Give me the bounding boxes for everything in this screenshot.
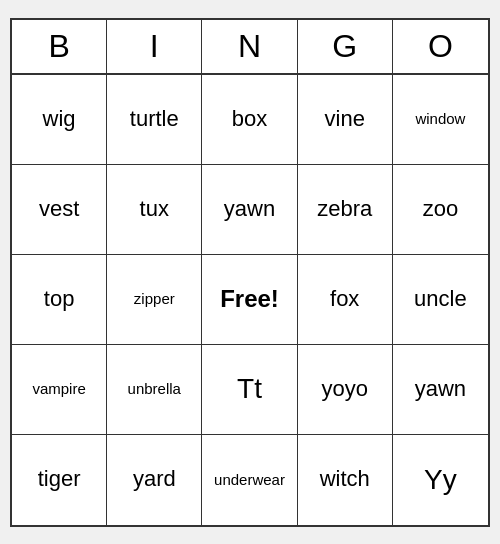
bingo-cell: Tt [202,345,297,435]
bingo-cell: vine [298,75,393,165]
bingo-cell: turtle [107,75,202,165]
cell-text: zebra [317,196,372,222]
bingo-header-cell: B [12,20,107,73]
cell-text: Yy [424,463,457,497]
bingo-cell: yawn [202,165,297,255]
cell-text: yawn [415,376,466,402]
bingo-cell: top [12,255,107,345]
cell-text: tiger [38,466,81,492]
bingo-header-cell: I [107,20,202,73]
bingo-cell: Yy [393,435,488,525]
bingo-card: BINGO wigturtleboxvinewindowvesttuxyawnz… [10,18,490,527]
bingo-header-cell: O [393,20,488,73]
cell-text: vampire [32,380,85,398]
cell-text: window [415,110,465,128]
bingo-cell: underwear [202,435,297,525]
cell-text: top [44,286,75,312]
bingo-cell: vest [12,165,107,255]
cell-text: box [232,106,267,132]
cell-text: fox [330,286,359,312]
bingo-cell: witch [298,435,393,525]
bingo-cell: fox [298,255,393,345]
bingo-cell: uncle [393,255,488,345]
cell-text: tux [140,196,169,222]
bingo-cell: box [202,75,297,165]
cell-text: vest [39,196,79,222]
bingo-header-cell: N [202,20,297,73]
bingo-cell: tiger [12,435,107,525]
cell-text: unbrella [128,380,181,398]
bingo-cell: yawn [393,345,488,435]
bingo-cell: yoyo [298,345,393,435]
cell-text: zoo [423,196,458,222]
bingo-header-cell: G [298,20,393,73]
cell-text: wig [43,106,76,132]
bingo-cell: zebra [298,165,393,255]
cell-text: underwear [214,471,285,489]
cell-text: Free! [220,285,279,314]
bingo-cell: zipper [107,255,202,345]
bingo-cell: vampire [12,345,107,435]
cell-text: vine [325,106,365,132]
cell-text: uncle [414,286,467,312]
cell-text: yard [133,466,176,492]
cell-text: Tt [237,372,262,406]
bingo-cell: window [393,75,488,165]
cell-text: witch [320,466,370,492]
bingo-cell: wig [12,75,107,165]
bingo-cell: tux [107,165,202,255]
bingo-cell: Free! [202,255,297,345]
bingo-cell: yard [107,435,202,525]
cell-text: yawn [224,196,275,222]
bingo-cell: zoo [393,165,488,255]
cell-text: zipper [134,290,175,308]
cell-text: turtle [130,106,179,132]
bingo-header: BINGO [12,20,488,75]
cell-text: yoyo [321,376,367,402]
bingo-cell: unbrella [107,345,202,435]
bingo-grid: wigturtleboxvinewindowvesttuxyawnzebrazo… [12,75,488,525]
